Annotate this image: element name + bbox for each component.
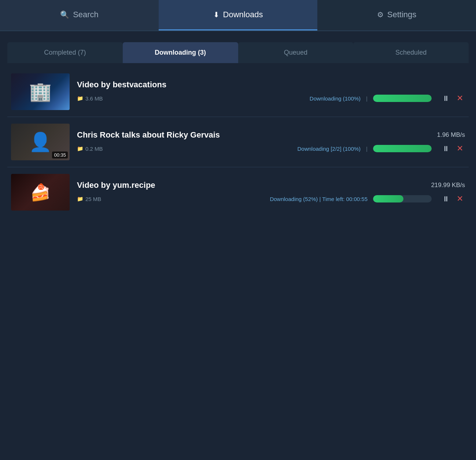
progress-bar bbox=[373, 95, 432, 102]
action-buttons: ⏸ ✕ bbox=[441, 194, 465, 204]
tab-scheduled[interactable]: Scheduled bbox=[353, 42, 469, 63]
top-navigation: 🔍 Search ⬇ Downloads ⚙ Settings bbox=[0, 0, 476, 31]
folder-icon: 📁 bbox=[77, 196, 83, 202]
file-size: 📁 0.2 MB bbox=[77, 146, 103, 152]
thumbnail: 00:35 bbox=[11, 124, 70, 160]
progress-bar-container bbox=[373, 195, 432, 202]
folder-icon: 📁 bbox=[77, 95, 83, 101]
thumbnail bbox=[11, 174, 70, 211]
nav-settings[interactable]: ⚙ Settings bbox=[317, 0, 476, 30]
bottom-row: 📁 25 MB Downloading (52%) | Time left: 0… bbox=[77, 194, 465, 204]
download-info: Chris Rock talks about Ricky Gervais 1.9… bbox=[77, 130, 465, 154]
tab-downloading[interactable]: Downloading (3) bbox=[123, 42, 238, 63]
nav-settings-label: Settings bbox=[387, 10, 417, 19]
timestamp: 00:35 bbox=[52, 151, 68, 158]
pause-button[interactable]: ⏸ bbox=[441, 93, 451, 103]
pause-button[interactable]: ⏸ bbox=[441, 143, 451, 154]
download-info: Video by yum.recipe 219.99 KB/s 📁 25 MB … bbox=[77, 180, 465, 204]
status-row: Downloading (52%) | Time left: 00:00:55 … bbox=[270, 194, 465, 204]
status-row: Downloading (100%) | ⏸ ✕ bbox=[310, 93, 465, 103]
separator: | bbox=[366, 146, 368, 152]
status-text: Downloading (100%) bbox=[310, 95, 361, 102]
download-item: 00:35 Chris Rock talks about Ricky Gerva… bbox=[7, 117, 469, 167]
download-item: Video by bestvacations 📁 3.6 MB Download… bbox=[7, 67, 469, 117]
status-row: Downloading [2/2] (100%) | ⏸ ✕ bbox=[297, 143, 465, 154]
nav-downloads-label: Downloads bbox=[223, 10, 263, 19]
gear-icon: ⚙ bbox=[377, 10, 384, 19]
download-title: Chris Rock talks about Ricky Gervais bbox=[77, 130, 220, 140]
download-title: Video by bestvacations bbox=[77, 80, 166, 90]
progress-bar-container bbox=[373, 145, 432, 152]
download-icon: ⬇ bbox=[213, 10, 219, 19]
action-buttons: ⏸ ✕ bbox=[441, 93, 465, 103]
bottom-row: 📁 0.2 MB Downloading [2/2] (100%) | ⏸ ✕ bbox=[77, 143, 465, 154]
download-item: Video by yum.recipe 219.99 KB/s 📁 25 MB … bbox=[7, 167, 469, 217]
status-text: Downloading [2/2] (100%) bbox=[297, 146, 361, 152]
action-buttons: ⏸ ✕ bbox=[441, 143, 465, 154]
progress-bar-container bbox=[373, 95, 432, 102]
status-text: Downloading (52%) | Time left: 00:00:55 bbox=[270, 196, 368, 202]
tab-completed[interactable]: Completed (7) bbox=[7, 42, 123, 63]
title-row: Video by bestvacations bbox=[77, 80, 465, 90]
nav-downloads[interactable]: ⬇ Downloads bbox=[159, 0, 317, 30]
title-row: Video by yum.recipe 219.99 KB/s bbox=[77, 180, 465, 190]
progress-bar bbox=[373, 195, 403, 202]
thumbnail bbox=[11, 73, 70, 110]
separator: | bbox=[366, 95, 368, 102]
folder-icon: 📁 bbox=[77, 146, 83, 151]
title-row: Chris Rock talks about Ricky Gervais 1.9… bbox=[77, 130, 465, 140]
cancel-button[interactable]: ✕ bbox=[455, 194, 465, 204]
progress-bar bbox=[373, 145, 432, 152]
cancel-button[interactable]: ✕ bbox=[455, 93, 465, 103]
nav-search[interactable]: 🔍 Search bbox=[0, 0, 159, 30]
download-info: Video by bestvacations 📁 3.6 MB Download… bbox=[77, 80, 465, 103]
tab-queued[interactable]: Queued bbox=[238, 42, 354, 63]
download-speed: 1.96 MB/s bbox=[437, 131, 465, 139]
download-speed: 219.99 KB/s bbox=[431, 182, 465, 189]
file-size: 📁 25 MB bbox=[77, 196, 101, 202]
cancel-button[interactable]: ✕ bbox=[455, 143, 465, 154]
search-icon: 🔍 bbox=[60, 10, 69, 19]
pause-button[interactable]: ⏸ bbox=[441, 194, 451, 204]
downloads-list: Video by bestvacations 📁 3.6 MB Download… bbox=[0, 63, 476, 221]
download-title: Video by yum.recipe bbox=[77, 180, 155, 190]
nav-search-label: Search bbox=[73, 10, 99, 19]
tabs-container: Completed (7) Downloading (3) Queued Sch… bbox=[0, 35, 476, 63]
file-size: 📁 3.6 MB bbox=[77, 95, 103, 102]
bottom-row: 📁 3.6 MB Downloading (100%) | ⏸ ✕ bbox=[77, 93, 465, 103]
